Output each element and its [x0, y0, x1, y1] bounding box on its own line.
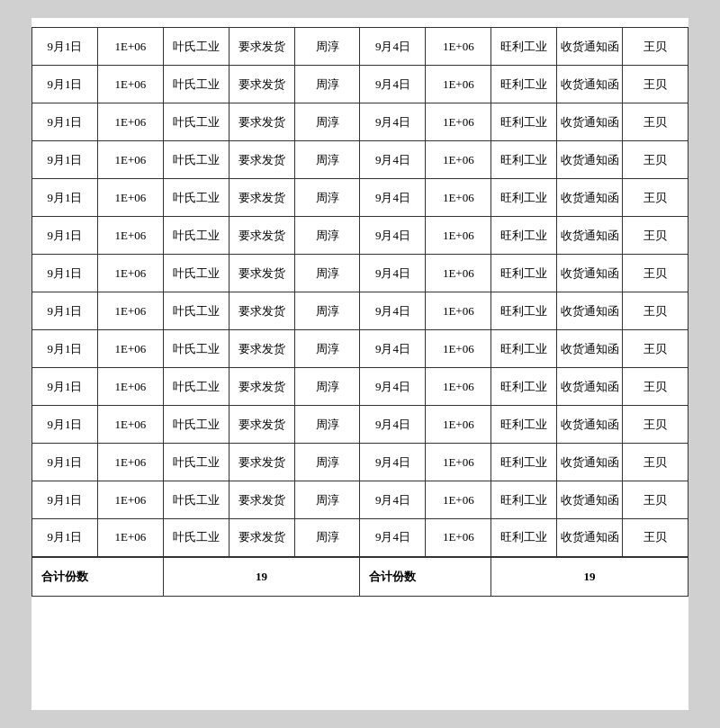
cell-person1: 周淳	[294, 255, 360, 292]
cell-person2: 王贝	[623, 444, 688, 481]
cell-company2: 旺利工业	[491, 217, 557, 255]
cell-type2: 收货通知函	[557, 103, 623, 141]
cell-date1: 9月1日	[32, 217, 98, 255]
summary-count-2: 19	[491, 557, 688, 597]
summary-count-1: 19	[163, 557, 360, 597]
table-row: 9月1日1E+06叶氏工业要求发货周淳9月4日1E+06旺利工业收货通知函王贝	[32, 481, 688, 519]
cell-person2: 王贝	[623, 179, 688, 217]
cell-date2: 9月4日	[360, 368, 426, 406]
table-row: 9月1日1E+06叶氏工业要求发货周淳9月4日1E+06旺利工业收货通知函王贝	[32, 141, 688, 179]
cell-company2: 旺利工业	[491, 28, 557, 66]
cell-company1: 叶氏工业	[163, 330, 229, 368]
cell-date1: 9月1日	[32, 444, 98, 481]
cell-person2: 王贝	[623, 330, 688, 368]
summary-label-1: 合计份数	[32, 557, 164, 597]
cell-company1: 叶氏工业	[163, 141, 229, 179]
cell-type2: 收货通知函	[557, 217, 623, 255]
cell-date2: 9月4日	[360, 141, 426, 179]
cell-company1: 叶氏工业	[163, 519, 229, 557]
cell-company1: 叶氏工业	[163, 444, 229, 481]
cell-date2: 9月4日	[360, 481, 426, 519]
cell-company2: 旺利工业	[491, 255, 557, 292]
cell-amount2: 1E+06	[426, 28, 491, 66]
table-row: 9月1日1E+06叶氏工业要求发货周淳9月4日1E+06旺利工业收货通知函王贝	[32, 444, 688, 481]
cell-type2: 收货通知函	[557, 330, 623, 368]
cell-company1: 叶氏工业	[163, 179, 229, 217]
cell-date2: 9月4日	[360, 28, 426, 66]
cell-person1: 周淳	[294, 368, 360, 406]
cell-company1: 叶氏工业	[163, 481, 229, 519]
cell-date2: 9月4日	[360, 103, 426, 141]
cell-amount1: 1E+06	[97, 368, 163, 406]
table-row: 9月1日1E+06叶氏工业要求发货周淳9月4日1E+06旺利工业收货通知函王贝	[32, 179, 688, 217]
cell-person1: 周淳	[294, 292, 360, 330]
cell-amount2: 1E+06	[426, 141, 491, 179]
cell-type2: 收货通知函	[557, 519, 623, 557]
cell-amount2: 1E+06	[426, 66, 491, 103]
cell-person2: 王贝	[623, 141, 688, 179]
cell-company2: 旺利工业	[491, 292, 557, 330]
cell-person1: 周淳	[294, 179, 360, 217]
cell-date1: 9月1日	[32, 28, 98, 66]
cell-company2: 旺利工业	[491, 368, 557, 406]
cell-date1: 9月1日	[32, 179, 98, 217]
cell-amount2: 1E+06	[426, 179, 491, 217]
cell-company2: 旺利工业	[491, 330, 557, 368]
cell-person2: 王贝	[623, 217, 688, 255]
cell-person1: 周淳	[294, 330, 360, 368]
cell-type1: 要求发货	[229, 292, 294, 330]
cell-person2: 王贝	[623, 519, 688, 557]
cell-amount1: 1E+06	[97, 330, 163, 368]
cell-amount1: 1E+06	[97, 217, 163, 255]
table-row: 9月1日1E+06叶氏工业要求发货周淳9月4日1E+06旺利工业收货通知函王贝	[32, 330, 688, 368]
cell-type1: 要求发货	[229, 481, 294, 519]
cell-person1: 周淳	[294, 519, 360, 557]
cell-company1: 叶氏工业	[163, 66, 229, 103]
cell-person1: 周淳	[294, 406, 360, 444]
cell-amount2: 1E+06	[426, 217, 491, 255]
cell-person2: 王贝	[623, 66, 688, 103]
cell-company1: 叶氏工业	[163, 255, 229, 292]
cell-person1: 周淳	[294, 217, 360, 255]
summary-row: 合计份数19合计份数19	[32, 557, 688, 597]
cell-amount2: 1E+06	[426, 292, 491, 330]
cell-date2: 9月4日	[360, 406, 426, 444]
table-row: 9月1日1E+06叶氏工业要求发货周淳9月4日1E+06旺利工业收货通知函王贝	[32, 292, 688, 330]
cell-type1: 要求发货	[229, 103, 294, 141]
cell-amount2: 1E+06	[426, 406, 491, 444]
cell-type1: 要求发货	[229, 255, 294, 292]
cell-type2: 收货通知函	[557, 292, 623, 330]
cell-person2: 王贝	[623, 255, 688, 292]
cell-amount2: 1E+06	[426, 519, 491, 557]
summary-label-2: 合计份数	[360, 557, 491, 597]
cell-type2: 收货通知函	[557, 255, 623, 292]
cell-amount1: 1E+06	[97, 28, 163, 66]
cell-type2: 收货通知函	[557, 368, 623, 406]
cell-company1: 叶氏工业	[163, 406, 229, 444]
cell-amount2: 1E+06	[426, 481, 491, 519]
cell-person2: 王贝	[623, 481, 688, 519]
cell-date2: 9月4日	[360, 519, 426, 557]
cell-date1: 9月1日	[32, 103, 98, 141]
cell-date1: 9月1日	[32, 368, 98, 406]
cell-type2: 收货通知函	[557, 66, 623, 103]
cell-amount1: 1E+06	[97, 103, 163, 141]
table-row: 9月1日1E+06叶氏工业要求发货周淳9月4日1E+06旺利工业收货通知函王贝	[32, 406, 688, 444]
cell-date1: 9月1日	[32, 406, 98, 444]
table-row: 9月1日1E+06叶氏工业要求发货周淳9月4日1E+06旺利工业收货通知函王贝	[32, 368, 688, 406]
table-row: 9月1日1E+06叶氏工业要求发货周淳9月4日1E+06旺利工业收货通知函王贝	[32, 66, 688, 103]
cell-amount1: 1E+06	[97, 406, 163, 444]
cell-type1: 要求发货	[229, 217, 294, 255]
cell-person1: 周淳	[294, 28, 360, 66]
cell-company1: 叶氏工业	[163, 292, 229, 330]
cell-company2: 旺利工业	[491, 179, 557, 217]
page-container: 9月1日1E+06叶氏工业要求发货周淳9月4日1E+06旺利工业收货通知函王贝9…	[32, 18, 688, 710]
cell-amount2: 1E+06	[426, 444, 491, 481]
cell-date2: 9月4日	[360, 292, 426, 330]
cell-person2: 王贝	[623, 28, 688, 66]
cell-type2: 收货通知函	[557, 179, 623, 217]
cell-type2: 收货通知函	[557, 406, 623, 444]
cell-amount1: 1E+06	[97, 179, 163, 217]
cell-person2: 王贝	[623, 406, 688, 444]
cell-amount2: 1E+06	[426, 103, 491, 141]
